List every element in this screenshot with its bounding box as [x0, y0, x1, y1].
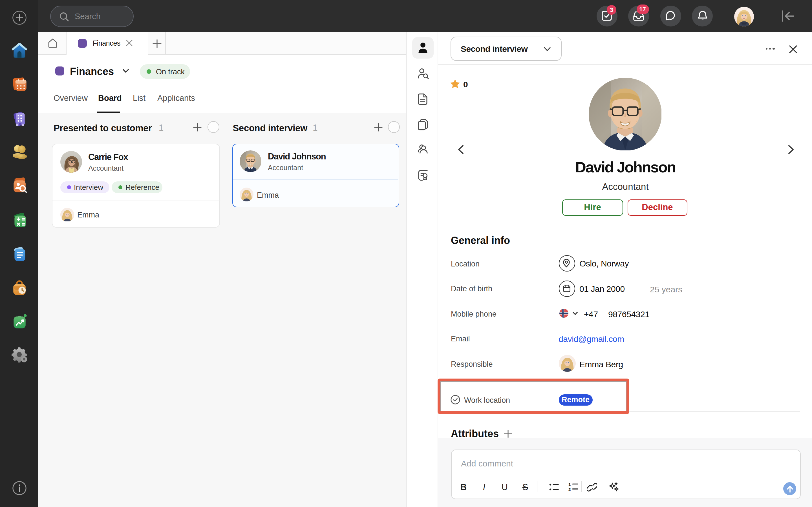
svg-text:1: 1	[568, 482, 570, 487]
svg-text:2: 2	[568, 487, 570, 491]
